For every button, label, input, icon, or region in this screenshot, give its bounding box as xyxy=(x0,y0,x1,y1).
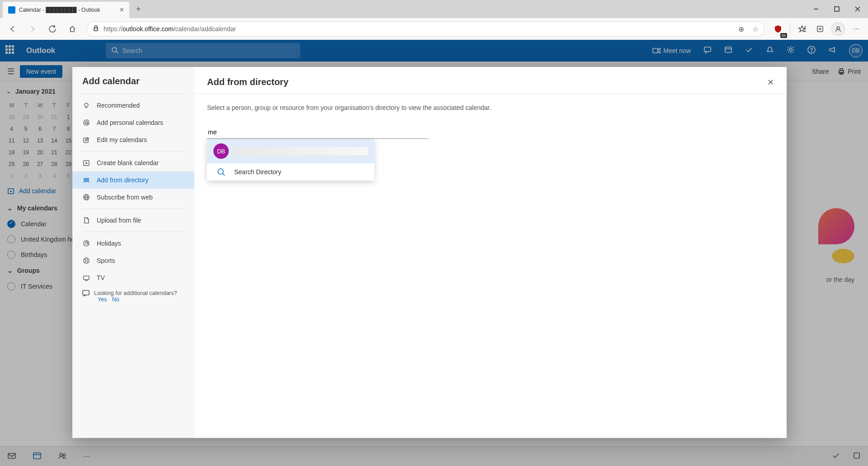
adblock-badge: 84 xyxy=(780,33,787,38)
modal-nav-subscribe-from-web[interactable]: Subscribe from web xyxy=(72,189,194,206)
feedback-icon xyxy=(82,290,90,298)
tab-close-icon[interactable]: × xyxy=(120,6,124,14)
refresh-button[interactable] xyxy=(43,20,61,38)
svg-point-49 xyxy=(84,258,89,263)
tab-bar: Calendar - ████████ - Outlook × + xyxy=(0,0,868,18)
modal-nav-recommended[interactable]: Recommended xyxy=(72,97,194,114)
search-icon xyxy=(213,168,229,176)
new-tab-button[interactable]: + xyxy=(131,2,146,16)
url-input[interactable]: https://outlook.office.com/calendar/addc… xyxy=(87,21,764,37)
modal-title: Add from directory xyxy=(207,77,288,87)
svg-point-35 xyxy=(85,103,88,107)
svg-rect-52 xyxy=(83,290,89,295)
flag-icon xyxy=(82,240,90,247)
svg-line-54 xyxy=(222,173,225,176)
window-minimize-button[interactable] xyxy=(806,2,826,16)
browser-menu-button[interactable]: ⋯ xyxy=(848,21,864,37)
window-close-button[interactable] xyxy=(847,2,868,16)
add-calendar-modal: Add calendar RecommendedAdd personal cal… xyxy=(72,67,787,438)
svg-marker-5 xyxy=(799,26,805,32)
outlook-favicon-icon xyxy=(8,6,15,14)
person-avatar-icon: DB xyxy=(213,143,229,159)
modal-nav-upload-from-file[interactable]: Upload from file xyxy=(72,212,194,229)
bulb-icon xyxy=(82,102,90,109)
blank-icon xyxy=(82,159,90,166)
window-controls xyxy=(806,2,868,16)
favorite-star-icon[interactable]: ☆ xyxy=(752,25,759,33)
dir-icon xyxy=(82,176,90,184)
forward-button[interactable] xyxy=(24,20,42,38)
modal-footer-text: Looking for additional calendars? xyxy=(94,290,177,296)
home-button[interactable] xyxy=(63,20,81,38)
modal-nav-add-personal-calendars[interactable]: Add personal calendars xyxy=(72,114,194,131)
tab-title: Calendar - ████████ - Outlook xyxy=(19,7,116,13)
profile-button[interactable] xyxy=(830,21,846,37)
modal-nav-add-from-directory[interactable]: Add from directory xyxy=(72,171,194,189)
browser-tab[interactable]: Calendar - ████████ - Outlook × xyxy=(3,2,129,18)
address-bar: https://outlook.office.com/calendar/addc… xyxy=(0,18,868,40)
favorites-icon[interactable] xyxy=(794,21,810,37)
modal-sidebar-title: Add calendar xyxy=(72,76,194,91)
feedback-no-link[interactable]: No xyxy=(112,296,119,303)
globe-icon xyxy=(82,194,90,201)
suggestion-name-redacted xyxy=(234,147,368,155)
svg-rect-1 xyxy=(835,7,839,11)
modal-nav-tv[interactable]: TV xyxy=(72,269,194,286)
search-suggestions-dropdown: DB Search Directory xyxy=(207,139,374,181)
svg-point-48 xyxy=(84,241,89,246)
search-directory-label: Search Directory xyxy=(234,168,281,176)
ball-icon xyxy=(82,257,90,264)
modal-close-button[interactable]: ✕ xyxy=(767,77,774,87)
at-icon xyxy=(82,119,90,126)
search-directory-option[interactable]: Search Directory xyxy=(207,163,374,181)
collections-icon[interactable] xyxy=(812,21,828,37)
modal-nav-sports[interactable]: Sports xyxy=(72,252,194,269)
svg-point-44 xyxy=(87,178,89,180)
svg-point-43 xyxy=(84,178,86,180)
svg-point-12 xyxy=(837,27,840,29)
svg-rect-4 xyxy=(94,28,98,31)
suggestion-person[interactable]: DB xyxy=(207,139,374,163)
modal-nav-edit-my-calendars[interactable]: Edit my calendars xyxy=(72,131,194,148)
window-maximize-button[interactable] xyxy=(826,2,847,16)
modal-nav-create-blank-calendar[interactable]: Create blank calendar xyxy=(72,154,194,171)
svg-rect-50 xyxy=(84,276,89,280)
modal-main: Add from directory ✕ Select a person, gr… xyxy=(194,67,787,438)
modal-nav-holidays[interactable]: Holidays xyxy=(72,235,194,252)
file-icon xyxy=(82,217,90,224)
url-text: https://outlook.office.com/calendar/addc… xyxy=(104,25,236,33)
svg-rect-39 xyxy=(84,138,88,143)
modal-description: Select a person, group or resource from … xyxy=(207,104,774,111)
tv-icon xyxy=(82,274,90,281)
browser-chrome: Calendar - ████████ - Outlook × + https:… xyxy=(0,0,868,40)
edit-icon xyxy=(82,136,90,143)
modal-sidebar: Add calendar RecommendedAdd personal cal… xyxy=(72,67,194,438)
feedback-yes-link[interactable]: Yes xyxy=(98,296,107,303)
back-button[interactable] xyxy=(4,20,22,38)
adblock-icon[interactable]: 84 xyxy=(770,21,786,37)
lock-icon xyxy=(93,25,99,33)
directory-search-input[interactable] xyxy=(207,126,429,139)
add-page-icon[interactable]: ⊕ xyxy=(738,25,744,33)
